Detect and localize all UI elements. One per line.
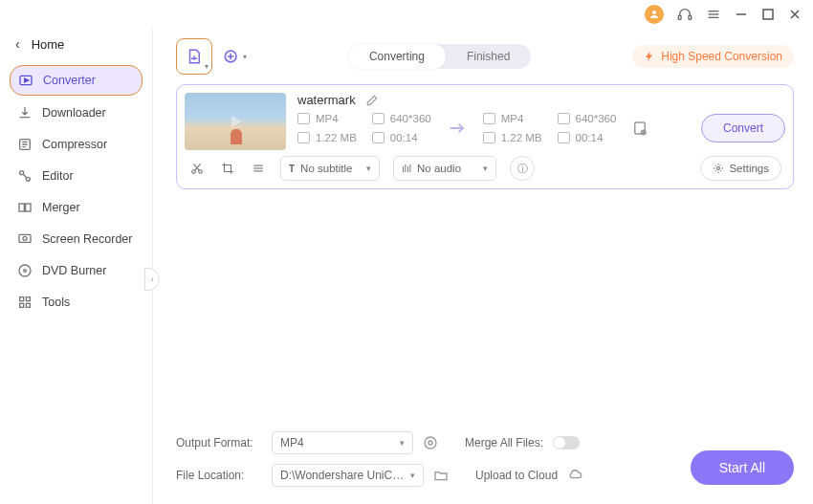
- sidebar-item-compressor[interactable]: Compressor: [10, 130, 143, 159]
- sidebar-item-label: Merger: [42, 201, 80, 214]
- audio-value: No audio: [417, 163, 461, 174]
- settings-label: Settings: [729, 163, 769, 174]
- svg-marker-11: [25, 78, 29, 82]
- start-all-button[interactable]: Start All: [691, 450, 794, 485]
- output-settings-icon[interactable]: [631, 120, 648, 137]
- headset-icon[interactable]: [677, 7, 692, 22]
- titlebar: [0, 0, 813, 29]
- sidebar-item-tools[interactable]: Tools: [10, 288, 143, 317]
- sidebar-item-converter[interactable]: Converter: [10, 65, 143, 96]
- svg-rect-23: [26, 297, 30, 301]
- tab-finished[interactable]: Finished: [446, 44, 531, 69]
- file-card: watermark MP4 1.22 MB 640*360 00:14: [176, 84, 794, 189]
- resolution-icon: [372, 113, 385, 124]
- clock-icon: [558, 132, 570, 143]
- add-file-button[interactable]: ▾: [176, 38, 212, 75]
- arrow-right-icon: [447, 118, 468, 139]
- tab-converting[interactable]: Converting: [348, 44, 446, 69]
- settings-button[interactable]: Settings: [700, 156, 781, 181]
- convert-button[interactable]: Convert: [701, 114, 785, 142]
- svg-rect-1: [678, 15, 681, 19]
- sidebar-item-label: Tools: [42, 296, 70, 309]
- add-file-icon: [186, 48, 203, 65]
- cloud-icon[interactable]: [567, 468, 582, 483]
- src-resolution: 640*360: [390, 113, 431, 124]
- merger-icon: [17, 200, 33, 215]
- audio-select[interactable]: ılıl No audio ▾: [393, 156, 496, 181]
- sidebar-item-merger[interactable]: Merger: [10, 193, 143, 222]
- svg-rect-17: [26, 204, 31, 211]
- editor-icon: [17, 168, 33, 184]
- chevron-down-icon: ▾: [366, 164, 371, 173]
- cloud-add-icon: [222, 47, 241, 66]
- status-tabs: Converting Finished: [348, 44, 531, 69]
- main-panel: ▾ ▾ Converting Finished High Speed Conve…: [153, 29, 813, 504]
- toolbar: ▾ ▾ Converting Finished High Speed Conve…: [176, 29, 794, 84]
- play-icon: [185, 93, 286, 150]
- maximize-button[interactable]: [761, 8, 775, 21]
- subtitle-value: No subtitle: [300, 163, 352, 174]
- output-format-select[interactable]: MP4 ▾: [272, 431, 413, 454]
- svg-rect-7: [763, 10, 773, 19]
- chevron-down-icon: ▾: [410, 471, 415, 480]
- avatar[interactable]: [645, 5, 664, 24]
- sidebar-item-screen-recorder[interactable]: Screen Recorder: [10, 225, 143, 253]
- download-icon: [17, 105, 33, 121]
- dst-duration: 00:14: [576, 132, 604, 143]
- dst-resolution: 640*360: [576, 113, 617, 124]
- add-cloud-button[interactable]: ▾: [222, 44, 247, 69]
- folder-icon: [483, 132, 495, 143]
- menu-icon[interactable]: [706, 7, 721, 22]
- open-folder-icon[interactable]: [433, 468, 449, 483]
- src-duration: 00:14: [390, 132, 418, 143]
- svg-point-21: [24, 270, 27, 273]
- sidebar-item-label: Screen Recorder: [42, 232, 133, 246]
- svg-line-15: [23, 174, 27, 178]
- dst-format: MP4: [501, 113, 524, 124]
- edit-name-icon[interactable]: [365, 94, 379, 107]
- video-icon: [483, 113, 495, 124]
- svg-rect-22: [20, 297, 24, 301]
- svg-rect-24: [20, 303, 24, 307]
- back-button[interactable]: ‹: [15, 36, 20, 52]
- close-button[interactable]: [788, 8, 802, 21]
- svg-rect-18: [19, 234, 31, 242]
- sidebar-item-label: Downloader: [42, 106, 106, 120]
- trim-button[interactable]: [188, 160, 206, 177]
- dst-size: 1.22 MB: [501, 132, 542, 143]
- file-location-value: D:\Wondershare UniConverter 1: [280, 469, 405, 482]
- sidebar-item-label: Compressor: [42, 138, 107, 151]
- high-speed-button[interactable]: High Speed Conversion: [632, 45, 794, 68]
- dvd-icon: [17, 263, 33, 278]
- home-label[interactable]: Home: [32, 37, 65, 52]
- svg-point-0: [652, 11, 656, 14]
- file-name: watermark: [297, 93, 356, 107]
- sidebar-item-dvd-burner[interactable]: DVD Burner: [10, 256, 143, 285]
- sidebar-item-editor[interactable]: Editor: [10, 162, 143, 190]
- file-location-label: File Location:: [176, 469, 262, 482]
- file-location-select[interactable]: D:\Wondershare UniConverter 1 ▾: [272, 464, 424, 487]
- sidebar-item-label: Converter: [43, 74, 96, 87]
- lightning-icon: [644, 51, 655, 62]
- svg-point-37: [428, 441, 432, 445]
- sidebar-item-downloader[interactable]: Downloader: [10, 99, 143, 127]
- crop-button[interactable]: [219, 160, 236, 177]
- svg-rect-16: [19, 204, 24, 211]
- chevron-down-icon: ▾: [400, 438, 405, 448]
- svg-point-20: [19, 265, 31, 276]
- video-thumbnail[interactable]: [185, 93, 286, 150]
- subtitle-select[interactable]: T No subtitle ▾: [280, 156, 380, 181]
- chevron-down-icon: ▾: [205, 62, 209, 71]
- sidebar-item-label: Editor: [42, 169, 74, 183]
- minimize-button[interactable]: [735, 8, 748, 21]
- template-icon[interactable]: [423, 435, 438, 450]
- effects-button[interactable]: [250, 160, 267, 177]
- tools-icon: [17, 295, 33, 310]
- merge-toggle[interactable]: [553, 436, 580, 449]
- info-button[interactable]: ⓘ: [510, 156, 535, 181]
- clock-icon: [372, 132, 385, 143]
- sidebar-item-label: DVD Burner: [42, 264, 106, 277]
- svg-point-36: [425, 437, 436, 449]
- sidebar: ‹ Home Converter Downloader Compressor E…: [0, 29, 153, 504]
- chevron-down-icon: ▾: [483, 164, 488, 173]
